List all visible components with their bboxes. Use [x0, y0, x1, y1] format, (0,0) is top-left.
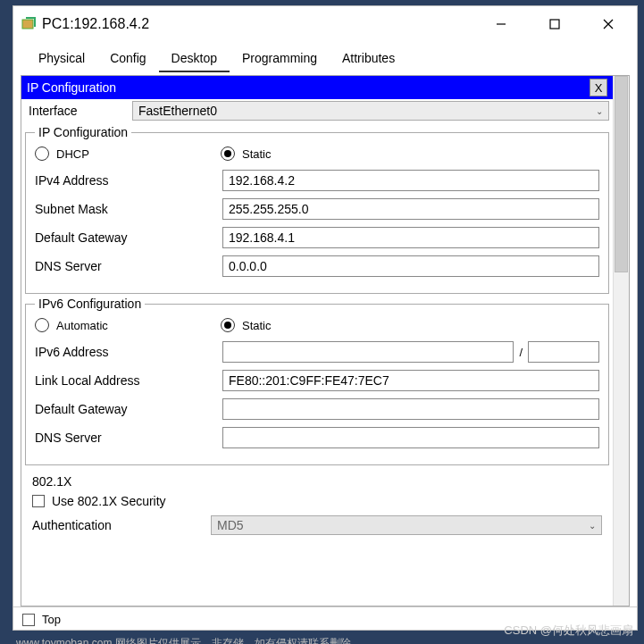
authentication-label: Authentication [32, 518, 211, 532]
link-local-input[interactable] [222, 370, 599, 391]
ipv6-gateway-input[interactable] [222, 398, 599, 420]
maximize-button[interactable] [539, 13, 571, 35]
ipv6-static-radio[interactable] [221, 318, 235, 332]
tab-bar: Physical Config Desktop Programming Attr… [13, 38, 637, 73]
ipv6-dns-input[interactable] [222, 427, 599, 448]
ipv4-mode-row: DHCP Static [35, 146, 599, 161]
subnet-mask-label: Subnet Mask [35, 202, 222, 216]
use-8021x-checkbox[interactable] [32, 495, 45, 507]
ipv6-gateway-label: Default Gateway [35, 402, 222, 416]
close-icon [602, 18, 615, 30]
maximize-icon [549, 19, 560, 29]
authentication-select[interactable]: MD5 ⌄ [211, 515, 602, 535]
ipv6-dns-label: DNS Server [35, 431, 222, 445]
content-scroll: IP Configuration X Interface FastEtherne… [21, 76, 613, 606]
ipv4-address-input[interactable] [222, 170, 599, 191]
interface-row: Interface FastEthernet0 ⌄ [21, 99, 613, 122]
ipv4-dns-label: DNS Server [35, 259, 222, 273]
scrollbar-thumb[interactable] [615, 76, 628, 272]
prefix-separator: / [514, 346, 528, 359]
ipv4-address-label: IPv4 Address [35, 173, 222, 188]
content-area: IP Configuration X Interface FastEtherne… [21, 75, 630, 606]
svg-rect-0 [22, 20, 33, 29]
chevron-down-icon: ⌄ [589, 521, 596, 531]
authentication-value: MD5 [217, 518, 244, 532]
tab-physical[interactable]: Physical [26, 47, 97, 72]
tab-programming[interactable]: Programming [230, 47, 330, 72]
minimize-button[interactable] [485, 13, 517, 35]
main-window: PC1:192.168.4.2 Physical Config Desktop … [13, 5, 638, 631]
tab-config[interactable]: Config [97, 47, 158, 72]
scrollbar[interactable] [613, 76, 629, 606]
top-checkbox[interactable] [22, 614, 35, 626]
ipv4-dns-input[interactable] [222, 255, 599, 277]
ipv4-gateway-input[interactable] [222, 227, 599, 248]
dot1x-title: 802.1X [32, 474, 602, 489]
dot1x-section: 802.1X Use 802.1X Security Authenticatio… [25, 471, 609, 542]
window-title: PC1:192.168.4.2 [42, 16, 485, 32]
titlebar: PC1:192.168.4.2 [13, 6, 637, 38]
ipv6-static-label: Static [242, 319, 272, 332]
tab-attributes[interactable]: Attributes [330, 47, 407, 72]
ipv6-address-input[interactable] [222, 341, 514, 363]
ipv6-prefix-input[interactable] [528, 341, 599, 363]
dhcp-label: DHCP [56, 147, 89, 161]
ipv4-gateway-label: Default Gateway [35, 230, 222, 245]
ipv6-address-label: IPv6 Address [35, 345, 222, 359]
chevron-down-icon: ⌄ [596, 106, 603, 116]
csdn-watermark: CSDN @何处秋风悲画扇 [504, 623, 633, 639]
link-local-label: Link Local Address [35, 373, 222, 388]
close-button[interactable] [592, 13, 624, 35]
ipv6-legend: IPv6 Configuration [35, 297, 145, 311]
app-icon [21, 16, 37, 32]
use-8021x-label: Use 802.1X Security [52, 494, 166, 508]
panel-header: IP Configuration X [21, 76, 613, 99]
automatic-radio[interactable] [35, 318, 49, 332]
top-label: Top [42, 613, 61, 626]
static-radio[interactable] [221, 146, 235, 161]
ipv6-mode-row: Automatic Static [35, 318, 599, 332]
ipv4-legend: IP Configuration [35, 125, 131, 139]
ipv6-fieldset: IPv6 Configuration Automatic Static IPv6… [25, 297, 609, 465]
automatic-label: Automatic [56, 319, 108, 332]
subnet-mask-input[interactable] [222, 198, 599, 220]
static-label: Static [242, 147, 272, 161]
panel-title: IP Configuration [27, 80, 590, 95]
ipv4-fieldset: IP Configuration DHCP Static IPv4 Addres… [25, 125, 609, 294]
dhcp-radio[interactable] [35, 146, 49, 161]
interface-label: Interface [25, 104, 132, 118]
interface-select[interactable]: FastEthernet0 ⌄ [132, 101, 609, 121]
tab-desktop[interactable]: Desktop [159, 47, 230, 72]
interface-value: FastEthernet0 [138, 104, 217, 118]
minimize-icon [496, 19, 506, 29]
window-controls [485, 13, 624, 35]
panel-close-button[interactable]: X [590, 79, 607, 96]
svg-rect-2 [550, 20, 559, 29]
